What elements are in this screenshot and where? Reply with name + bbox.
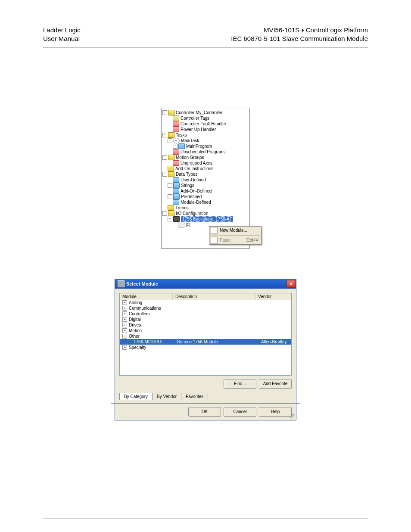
context-menu: New Module... Paste Ctrl+V: [209, 226, 262, 245]
ok-button[interactable]: OK: [188, 407, 221, 417]
collapse-icon[interactable]: −: [162, 110, 167, 115]
tree-unscheduled[interactable]: Unscheduled Programs: [181, 149, 226, 154]
cancel-button[interactable]: Cancel: [224, 407, 256, 417]
list-item[interactable]: Communications: [129, 306, 161, 311]
expand-icon[interactable]: +: [168, 194, 172, 199]
tab-favorites[interactable]: Favorites: [181, 393, 208, 400]
menu-shortcut: Ctrl+V: [246, 238, 258, 243]
column-vendor[interactable]: Vendor: [255, 293, 291, 300]
folder-icon: [173, 199, 179, 205]
tree-backplane-selected[interactable]: 1756 Backplane, 1756-A7: [181, 216, 233, 222]
collapse-icon[interactable]: −: [122, 334, 127, 339]
folder-icon: [168, 110, 174, 115]
menu-new-module[interactable]: New Module...: [209, 227, 261, 234]
backplane-icon: [173, 216, 180, 222]
tree-item[interactable]: Module-Defined: [181, 200, 211, 205]
list-item[interactable]: Motion: [129, 328, 142, 333]
tree-mainprogram[interactable]: MainProgram: [186, 144, 212, 149]
folder-icon: [168, 166, 174, 171]
collapse-icon[interactable]: −: [162, 211, 167, 216]
list-item[interactable]: Specialty: [129, 345, 146, 350]
collapse-icon[interactable]: −: [162, 133, 167, 137]
tree-item[interactable]: Add-On-Defined: [181, 189, 212, 193]
list-item[interactable]: Drives: [129, 323, 141, 327]
header-right-line2: IEC 60870-5-101 Slave Communication Modu…: [231, 34, 368, 43]
header-left-line1: Ladder Logic: [43, 26, 81, 34]
tree-item[interactable]: Controller Tags: [181, 116, 209, 121]
tab-by-category[interactable]: By Category: [119, 393, 153, 400]
list-item[interactable]: Controllers: [129, 311, 149, 316]
expand-icon[interactable]: +: [122, 300, 127, 305]
header-right-line1: MVI56-101S ♦ ControlLogix Platform: [231, 26, 368, 34]
task-icon: [173, 138, 180, 143]
list-item[interactable]: Digital: [129, 317, 141, 322]
list-item[interactable]: Analog: [129, 300, 142, 305]
diamond-icon: ♦: [301, 27, 304, 34]
folder-icon: [173, 183, 180, 188]
tree-ioconfig[interactable]: I/O Configuration: [176, 211, 209, 216]
folder-icon: [173, 177, 179, 183]
dialog-title: Select Module: [126, 281, 158, 286]
close-icon[interactable]: ×: [286, 280, 295, 288]
folder-icon: [173, 188, 179, 194]
folder-icon: [173, 149, 179, 155]
header-left-line2: User Manual: [43, 34, 81, 43]
find-button[interactable]: Find...: [224, 379, 256, 389]
dialog-titlebar[interactable]: Select Module ×: [115, 279, 296, 289]
expand-icon[interactable]: +: [122, 323, 127, 327]
collapse-icon[interactable]: −: [168, 138, 172, 143]
menu-paste[interactable]: Paste Ctrl+V: [209, 236, 261, 244]
add-favorite-button[interactable]: Add Favorite: [259, 379, 292, 389]
resize-grip-icon[interactable]: [290, 414, 295, 419]
module-icon: [211, 227, 218, 234]
expand-icon[interactable]: +: [173, 144, 177, 149]
tree-slot0[interactable]: [0]: [186, 222, 190, 227]
tree-motion-groups[interactable]: Motion Groups: [176, 155, 204, 160]
tab-by-vendor[interactable]: By Vendor: [152, 393, 181, 400]
collapse-icon[interactable]: −: [162, 172, 167, 177]
expand-icon[interactable]: +: [122, 328, 127, 333]
folder-icon: [168, 171, 174, 177]
folder-icon: [168, 211, 174, 216]
tree-controller[interactable]: Controller My_Controller: [176, 110, 222, 115]
folder-icon: [168, 132, 174, 138]
collapse-icon[interactable]: −: [162, 155, 167, 160]
tree-datatypes[interactable]: Data Types: [176, 172, 197, 177]
tree-tasks[interactable]: Tasks: [176, 133, 187, 137]
page-footer-rule: [43, 519, 368, 519]
expand-icon[interactable]: +: [122, 345, 127, 350]
module-listbox[interactable]: Module Description Vendor +Analog +Commu…: [119, 293, 292, 376]
folder-icon: [168, 205, 174, 211]
list-item[interactable]: Other: [129, 334, 140, 339]
list-header: Module Description Vendor: [120, 293, 291, 300]
folder-icon: [173, 194, 180, 199]
expand-icon[interactable]: +: [168, 183, 172, 188]
tree-item[interactable]: Strings: [181, 183, 194, 188]
program-icon: [178, 143, 185, 149]
collapse-icon[interactable]: −: [168, 217, 172, 221]
tree-maintask[interactable]: MainTask: [181, 138, 199, 143]
expand-icon[interactable]: +: [122, 317, 127, 322]
app-icon: [118, 280, 125, 287]
folder-icon: [173, 121, 179, 127]
expand-icon[interactable]: +: [122, 311, 127, 316]
column-description[interactable]: Description: [173, 293, 255, 300]
tree-trends[interactable]: Trends: [175, 205, 189, 210]
tree-item[interactable]: Power-Up Handler: [181, 127, 216, 132]
page-header: Ladder Logic User Manual MVI56-101S ♦ Co…: [43, 26, 368, 47]
slot-icon: [178, 222, 184, 227]
tree-item[interactable]: User-Defined: [181, 177, 206, 182]
tree-addon[interactable]: Add-On Instructions: [175, 166, 213, 171]
folder-icon: [173, 127, 179, 132]
column-module[interactable]: Module: [120, 293, 173, 300]
tree-ungrouped-axes[interactable]: Ungrouped Axes: [181, 161, 212, 165]
tree-item[interactable]: Predefined: [181, 194, 202, 199]
list-item-selected[interactable]: 1756-MODULE Generic 1756 Module Allen-Br…: [120, 339, 291, 345]
paste-icon: [211, 237, 218, 244]
expand-icon[interactable]: +: [122, 306, 127, 311]
help-button[interactable]: Help: [259, 407, 292, 417]
folder-icon: [173, 160, 179, 166]
tree-item[interactable]: Controller Fault Handler: [181, 121, 226, 126]
controller-tree-window: −Controller My_Controller Controller Tag…: [161, 108, 250, 249]
select-module-dialog: Select Module × Module Description Vendo…: [115, 279, 296, 420]
